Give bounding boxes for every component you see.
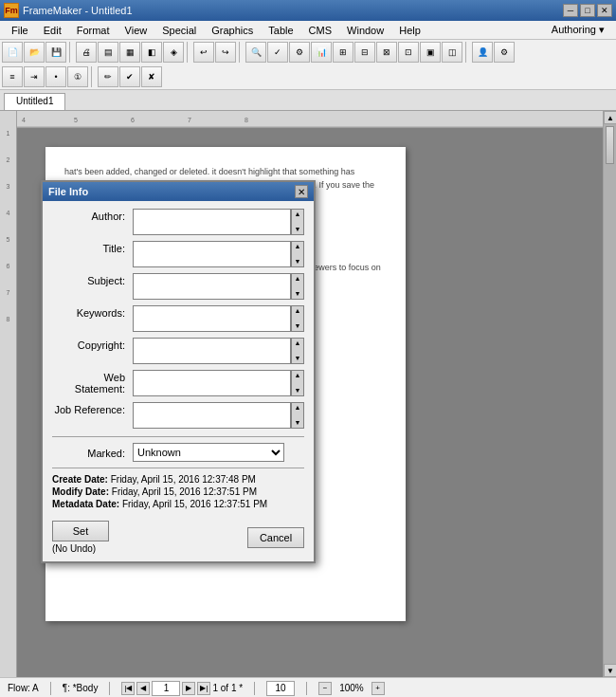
tab-untitled1[interactable]: Untitled1	[4, 93, 65, 110]
keywords-input[interactable]	[133, 305, 291, 332]
body-style: ¶: *Body	[63, 683, 99, 693]
scroll-up-icon[interactable]: ▲	[292, 403, 303, 413]
close-button[interactable]: ✕	[597, 4, 612, 17]
scroll-up-icon[interactable]: ▲	[292, 274, 303, 284]
menu-graphics[interactable]: Graphics	[204, 23, 261, 38]
scroll-down-icon[interactable]: ▼	[292, 225, 303, 234]
page-total: 1 of 1 *	[212, 683, 243, 693]
copyright-label: Copyright:	[52, 338, 133, 351]
tb-redo[interactable]: ↪	[215, 42, 236, 63]
web-statement-input[interactable]	[133, 370, 291, 396]
tb-btn8[interactable]: ⊞	[333, 42, 353, 63]
menu-window[interactable]: Window	[339, 23, 391, 38]
toolbar-row-2: ≡ ⇥ • ① ✏ ✔ ✘	[0, 64, 616, 89]
divider2	[52, 468, 304, 468]
scroll-down-icon[interactable]: ▼	[292, 321, 303, 331]
toolbar-area: 📄 📂 💾 🖨 ▤ ▦ ◧ ◈ ↩ ↪ 🔍 ✓ ⚙ 📊 ⊞ ⊟ ⊠ ⊡ ▣ ◫ …	[0, 40, 616, 90]
tb-btn10[interactable]: ⊠	[376, 42, 397, 63]
tb-btn12[interactable]: ▣	[420, 42, 441, 63]
keywords-input-area: ▲ ▼	[133, 305, 304, 334]
tb-btn7[interactable]: 📊	[311, 42, 332, 63]
tb-btn4[interactable]: ◧	[141, 42, 162, 63]
scroll-down-icon[interactable]: ▼	[292, 257, 303, 266]
scroll-down-button[interactable]: ▼	[604, 664, 616, 677]
tb-btn3[interactable]: ▦	[119, 42, 140, 63]
next-page-button[interactable]: ▶	[182, 682, 195, 695]
tb-open[interactable]: 📂	[24, 42, 45, 63]
metadata-date-label: Metadata Date:	[52, 499, 119, 509]
job-reference-input[interactable]	[133, 402, 291, 429]
tb-btn13[interactable]: ◫	[442, 42, 462, 63]
marked-select[interactable]: Unknown Yes No	[133, 443, 284, 462]
page-number-input[interactable]	[152, 681, 180, 696]
tb-btn6[interactable]: ⚙	[289, 42, 310, 63]
author-input[interactable]	[133, 209, 291, 235]
title-label: Title:	[52, 241, 133, 254]
tb-btn2[interactable]: ▤	[98, 42, 118, 63]
first-page-button[interactable]: |◀	[121, 682, 135, 695]
scroll-up-button[interactable]: ▲	[604, 111, 616, 124]
scroll-up-icon[interactable]: ▲	[292, 306, 303, 316]
scroll-up-icon[interactable]: ▲	[292, 210, 303, 219]
menu-cms[interactable]: CMS	[301, 23, 339, 38]
title-input-area: ▲ ▼	[133, 241, 304, 269]
tb-save[interactable]: 💾	[45, 42, 66, 63]
menu-edit[interactable]: Edit	[36, 23, 69, 38]
maximize-button[interactable]: □	[580, 4, 595, 17]
tb-find[interactable]: 🔍	[245, 42, 266, 63]
copyright-input-area: ▲ ▼	[133, 338, 304, 366]
scroll-up-icon[interactable]: ▲	[292, 242, 303, 251]
zoom-out-button[interactable]: −	[318, 682, 332, 695]
tb-num[interactable]: ①	[67, 66, 88, 87]
tb-undo[interactable]: ↩	[193, 42, 214, 63]
tb-sep5	[91, 66, 95, 87]
tb-print[interactable]: 🖨	[76, 42, 97, 63]
scroll-down-icon[interactable]: ▼	[292, 354, 303, 363]
menu-special[interactable]: Special	[154, 23, 204, 38]
scroll-down-icon[interactable]: ▼	[292, 418, 303, 428]
authoring-dropdown[interactable]: Authoring ▾	[544, 22, 612, 38]
menu-view[interactable]: View	[118, 23, 155, 38]
metadata-date-value: Friday, April 15, 2016 12:37:51 PM	[122, 499, 267, 509]
tb-new[interactable]: 📄	[2, 42, 23, 63]
font-size-input[interactable]	[266, 681, 295, 696]
web-statement-row: Web Statement: ▲ ▼	[52, 370, 304, 398]
menu-format[interactable]: Format	[69, 23, 118, 38]
tb-accept[interactable]: ✔	[119, 66, 140, 87]
tb-indent[interactable]: ⇥	[24, 66, 45, 87]
scroll-down-icon[interactable]: ▼	[292, 386, 303, 395]
tb-btn5[interactable]: ◈	[163, 42, 184, 63]
keywords-label: Keywords:	[52, 305, 133, 319]
dialog-close-button[interactable]: ✕	[295, 185, 308, 198]
tb-btn11[interactable]: ⊡	[398, 42, 419, 63]
scroll-up-icon[interactable]: ▲	[292, 339, 303, 348]
menu-help[interactable]: Help	[391, 23, 428, 38]
set-button[interactable]: Set	[52, 521, 109, 541]
keywords-scroll: ▲ ▼	[291, 305, 304, 332]
dialog-title-bar: File Info ✕	[43, 182, 314, 201]
menu-file[interactable]: File	[4, 23, 36, 38]
tb-spell[interactable]: ✓	[267, 42, 288, 63]
scroll-thumb[interactable]	[606, 126, 614, 164]
tb-bullet[interactable]: •	[45, 66, 66, 87]
title-input[interactable]	[133, 241, 291, 267]
scroll-down-icon[interactable]: ▼	[292, 289, 303, 299]
tb-align[interactable]: ≡	[2, 66, 23, 87]
menu-table[interactable]: Table	[261, 23, 300, 38]
last-page-button[interactable]: ▶|	[197, 682, 210, 695]
tb-btn9[interactable]: ⊟	[354, 42, 375, 63]
tb-reject[interactable]: ✘	[141, 66, 162, 87]
tb-user[interactable]: 👤	[472, 42, 493, 63]
minimize-button[interactable]: ─	[563, 4, 578, 17]
cancel-button[interactable]: Cancel	[247, 527, 304, 548]
scroll-up-icon[interactable]: ▲	[292, 371, 303, 380]
copyright-input[interactable]	[133, 338, 291, 364]
zoom-in-button[interactable]: +	[371, 682, 385, 695]
job-reference-input-area: ▲ ▼	[133, 402, 304, 431]
prev-page-button[interactable]: ◀	[136, 682, 150, 695]
subject-input[interactable]	[133, 273, 291, 300]
tb-settings[interactable]: ⚙	[494, 42, 515, 63]
tb-track[interactable]: ✏	[98, 66, 118, 87]
title-bar: Fm FrameMaker - Untitled1 ─ □ ✕	[0, 0, 616, 21]
app-icon: Fm	[4, 3, 19, 18]
